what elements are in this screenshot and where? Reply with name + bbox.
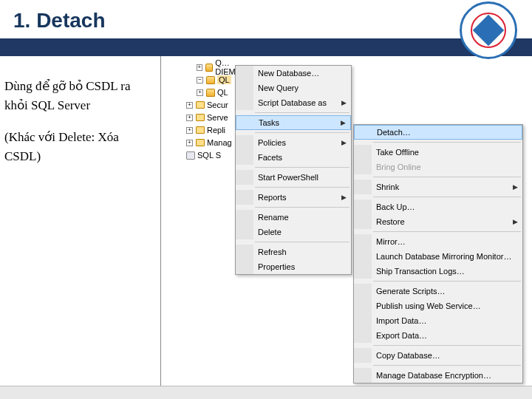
tree-label: Manag [207, 138, 232, 147]
expand-icon[interactable]: + [197, 89, 203, 96]
menu-item-restore[interactable]: Restore▶ [354, 214, 522, 229]
menu-item-back-up[interactable]: Back Up… [354, 200, 522, 214]
footer-bar [0, 386, 532, 399]
submenu-arrow-icon: ▶ [341, 119, 350, 126]
description-line-2: (Khác với Delete: Xóa CSDL) [4, 128, 153, 166]
menu-item-import-data[interactable]: Import Data… [354, 313, 522, 328]
menu-item-start-powershell[interactable]: Start PowerShell [236, 170, 351, 185]
menu-item-facets[interactable]: Facets [236, 150, 351, 165]
menu-item-new-query[interactable]: New Query [236, 81, 351, 95]
menu-item-manage-db-encryption[interactable]: Manage Database Encryption… [354, 368, 522, 383]
database-icon [206, 76, 215, 84]
menu-item-reports[interactable]: Reports▶ [236, 190, 351, 205]
menu-item-shrink[interactable]: Shrink▶ [354, 180, 522, 194]
menu-item-publish-web-service[interactable]: Publish using Web Service… [354, 299, 522, 313]
menu-item-policies[interactable]: Policies▶ [236, 135, 351, 150]
submenu-arrow-icon: ▶ [513, 183, 522, 191]
menu-separator [255, 207, 349, 208]
menu-separator [255, 167, 349, 168]
content-area: Dùng để gỡ bỏ CSDL ra khỏi SQL Server (K… [0, 56, 532, 399]
tree-label: SQL S [197, 151, 221, 160]
tree-label: Secur [207, 100, 228, 109]
expand-icon[interactable]: + [186, 140, 193, 146]
description-panel: Dùng để gỡ bỏ CSDL ra khỏi SQL Server (K… [0, 56, 161, 399]
menu-item-bring-online: Bring Online [354, 160, 522, 174]
menu-item-script-database[interactable]: Script Database as▶ [236, 95, 351, 110]
submenu-tasks[interactable]: Detach… Take Offline Bring Online Shrink… [353, 124, 523, 383]
menu-separator [373, 142, 521, 143]
tree-label-selected: QL [217, 75, 231, 84]
database-icon [205, 64, 213, 72]
tree-label: Repli [207, 126, 225, 134]
menu-item-export-data[interactable]: Export Data… [354, 328, 522, 343]
menu-separator [255, 242, 349, 242]
menu-separator [255, 132, 349, 133]
menu-item-rename[interactable]: Rename [236, 210, 351, 225]
menu-separator [255, 187, 349, 188]
submenu-arrow-icon: ▶ [341, 99, 351, 106]
database-icon [206, 89, 215, 97]
submenu-arrow-icon: ▶ [341, 139, 351, 146]
context-menu-database[interactable]: New Database… New Query Script Database … [235, 65, 352, 275]
menu-item-refresh[interactable]: Refresh [236, 245, 351, 259]
menu-separator [373, 231, 521, 232]
menu-item-properties[interactable]: Properties [236, 259, 351, 274]
submenu-arrow-icon: ▶ [341, 194, 351, 201]
menu-separator [373, 345, 521, 346]
collapse-icon[interactable]: − [197, 77, 203, 83]
folder-icon [196, 114, 205, 121]
menu-item-tasks[interactable]: Tasks▶ [236, 115, 351, 130]
folder-icon [196, 126, 205, 134]
expand-icon[interactable]: + [186, 115, 193, 121]
expand-icon[interactable]: + [186, 127, 193, 134]
folder-icon [196, 139, 205, 146]
tree-label: Serve [207, 113, 228, 122]
menu-item-launch-mirroring-monitor[interactable]: Launch Database Mirroring Monitor… [354, 249, 522, 264]
menu-item-take-offline[interactable]: Take Offline [354, 145, 522, 160]
menu-item-delete[interactable]: Delete [236, 225, 351, 239]
menu-item-mirror[interactable]: Mirror… [354, 234, 522, 249]
screenshot-panel: + Q…DIEMTHISV − QL + QL + Secur + [161, 56, 532, 399]
menu-item-detach[interactable]: Detach… [354, 125, 522, 140]
menu-item-generate-scripts[interactable]: Generate Scripts… [354, 284, 522, 299]
expand-icon[interactable]: + [186, 102, 193, 109]
menu-separator [373, 281, 521, 282]
menu-item-copy-database[interactable]: Copy Database… [354, 348, 522, 363]
expand-icon[interactable]: + [197, 64, 202, 71]
college-logo [460, 1, 517, 59]
title-bar [0, 38, 532, 56]
menu-separator [373, 177, 521, 177]
agent-icon [186, 151, 195, 160]
tree-label: QL [217, 88, 228, 97]
menu-separator [255, 112, 349, 113]
menu-separator [373, 197, 521, 197]
page-title: 1. Detach [0, 0, 532, 38]
description-line-1: Dùng để gỡ bỏ CSDL ra khỏi SQL Server [4, 77, 153, 115]
submenu-arrow-icon: ▶ [513, 218, 522, 225]
menu-item-ship-transaction-logs[interactable]: Ship Transaction Logs… [354, 264, 522, 279]
folder-icon [196, 101, 205, 109]
menu-separator [373, 365, 521, 366]
menu-item-new-database[interactable]: New Database… [236, 66, 351, 81]
